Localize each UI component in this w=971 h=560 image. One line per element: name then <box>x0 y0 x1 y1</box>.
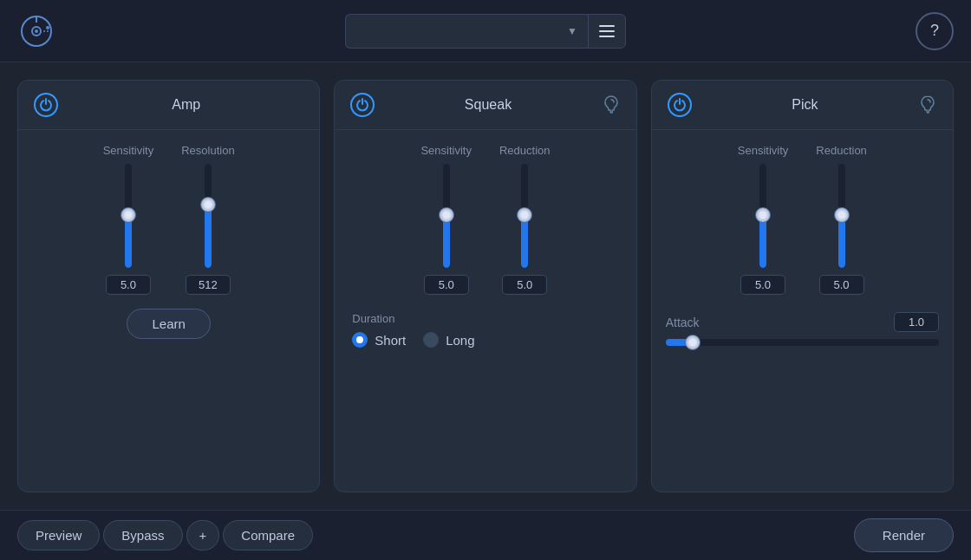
bypass-button[interactable]: Bypass <box>103 520 182 550</box>
menu-line-3 <box>599 36 615 37</box>
svg-point-2 <box>35 29 38 33</box>
pick-card: Pick Sensitivity <box>651 80 954 492</box>
pick-card-header: Pick <box>652 81 953 130</box>
main-content: Amp Sensitivity 5.0 Resolution <box>0 62 971 492</box>
pick-sensitivity-thumb[interactable] <box>755 207 771 223</box>
amp-resolution-group: Resolution 512 <box>181 144 234 295</box>
plus-button[interactable]: + <box>186 520 220 550</box>
compare-button[interactable]: Compare <box>223 520 313 550</box>
long-label: Long <box>446 333 474 348</box>
squeak-reduction-track-container <box>516 164 533 268</box>
amp-sensitivity-group: Sensitivity 5.0 <box>103 144 154 295</box>
amp-resolution-track[interactable] <box>205 164 212 268</box>
attack-slider-row <box>666 339 939 346</box>
logo-icon <box>17 12 55 50</box>
help-button[interactable]: ? <box>916 12 954 50</box>
pick-sensitivity-label: Sensitivity <box>738 144 789 157</box>
duration-label: Duration <box>349 312 622 325</box>
ear-icon[interactable] <box>602 95 621 114</box>
amp-resolution-track-container <box>199 164 217 268</box>
squeak-body: Sensitivity 5.0 Reduction <box>335 130 635 492</box>
pick-power-button[interactable] <box>668 93 692 117</box>
amp-sensitivity-label: Sensitivity <box>103 144 154 157</box>
preview-button[interactable]: Preview <box>17 520 100 550</box>
duration-section: Duration Short Long <box>349 312 622 348</box>
amp-sliders: Sensitivity 5.0 Resolution <box>32 144 305 295</box>
amp-power-button[interactable] <box>34 93 58 117</box>
chevron-down-icon: ▼ <box>567 25 577 37</box>
pick-sensitivity-track-container <box>754 164 772 268</box>
footer-left: Preview Bypass + Compare <box>17 520 313 550</box>
pick-reduction-track-container <box>833 164 850 268</box>
header: ▼ ? <box>0 0 971 62</box>
render-button[interactable]: Render <box>854 518 954 552</box>
attack-label: Attack <box>666 316 700 329</box>
amp-sensitivity-thumb[interactable] <box>121 207 136 223</box>
pick-sensitivity-value: 5.0 <box>740 275 785 295</box>
menu-button[interactable] <box>588 14 626 49</box>
menu-line-1 <box>599 25 615 27</box>
amp-sensitivity-track-container <box>120 164 137 268</box>
pick-reduction-value: 5.0 <box>819 275 864 295</box>
squeak-power-button[interactable] <box>350 93 375 117</box>
squeak-card: Squeak Sensitivity <box>334 80 636 492</box>
pick-reduction-group: Reduction 5.0 <box>816 144 867 295</box>
long-radio[interactable] <box>423 332 439 348</box>
pick-title: Pick <box>702 97 908 113</box>
learn-button[interactable]: Learn <box>127 309 210 339</box>
attack-slider-track[interactable] <box>666 339 939 346</box>
squeak-sensitivity-value: 5.0 <box>424 275 469 295</box>
amp-resolution-label: Resolution <box>181 144 234 157</box>
duration-options: Short Long <box>349 332 622 348</box>
squeak-sliders: Sensitivity 5.0 Reduction <box>349 144 622 295</box>
footer: Preview Bypass + Compare Render <box>0 510 971 560</box>
squeak-sensitivity-thumb[interactable] <box>439 207 454 223</box>
pick-sensitivity-group: Sensitivity 5.0 <box>738 144 789 295</box>
svg-point-5 <box>46 26 49 29</box>
duration-short-option[interactable]: Short <box>352 332 406 348</box>
attack-section: Attack 1.0 <box>666 312 939 346</box>
amp-title: Amp <box>68 97 303 113</box>
short-radio[interactable] <box>352 332 368 348</box>
attack-value: 1.0 <box>894 312 939 332</box>
amp-sensitivity-value: 5.0 <box>106 275 151 295</box>
header-left <box>17 12 55 50</box>
menu-line-2 <box>599 30 615 32</box>
squeak-card-header: Squeak <box>335 81 635 130</box>
squeak-sensitivity-label: Sensitivity <box>420 144 472 157</box>
pick-reduction-label: Reduction <box>816 144 867 157</box>
squeak-title: Squeak <box>385 97 590 113</box>
squeak-reduction-group: Reduction 5.0 <box>499 144 551 295</box>
squeak-reduction-value: 5.0 <box>502 275 547 295</box>
attack-row: Attack 1.0 <box>666 312 939 332</box>
header-center: ▼ <box>345 14 626 49</box>
pick-ear-icon[interactable] <box>918 95 937 114</box>
short-label: Short <box>375 333 406 348</box>
amp-resolution-thumb[interactable] <box>200 197 216 212</box>
amp-card: Amp Sensitivity 5.0 Resolution <box>17 80 320 492</box>
duration-long-option[interactable]: Long <box>423 332 474 348</box>
amp-card-header: Amp <box>18 81 319 130</box>
pick-reduction-thumb[interactable] <box>834 207 850 223</box>
squeak-sensitivity-group: Sensitivity 5.0 <box>420 144 472 295</box>
squeak-sensitivity-track-container <box>438 164 455 268</box>
attack-slider-thumb[interactable] <box>685 335 701 350</box>
squeak-reduction-thumb[interactable] <box>517 207 532 223</box>
amp-body: Sensitivity 5.0 Resolution <box>18 130 319 492</box>
amp-resolution-value: 512 <box>186 275 231 295</box>
preset-dropdown[interactable]: ▼ <box>345 14 588 49</box>
squeak-reduction-label: Reduction <box>499 144 551 157</box>
pick-body: Sensitivity 5.0 Reduction <box>652 130 953 492</box>
pick-sliders: Sensitivity 5.0 Reduction <box>666 144 939 295</box>
